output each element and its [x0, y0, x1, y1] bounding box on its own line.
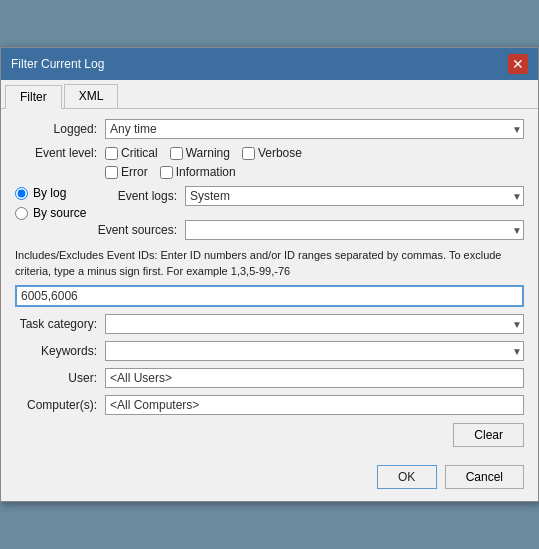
form-content: Logged: Any time Last hour Last 12 hours… — [1, 109, 538, 457]
event-sources-label: Event sources: — [95, 223, 185, 237]
logged-select-wrapper: Any time Last hour Last 12 hours Last 24… — [105, 119, 524, 139]
checkbox-warning-label: Warning — [186, 146, 230, 160]
logged-label: Logged: — [15, 122, 105, 136]
bottom-buttons: OK Cancel — [1, 457, 538, 501]
checkbox-critical[interactable]: Critical — [105, 146, 158, 160]
event-level-row2: Error Information — [105, 165, 302, 179]
keywords-row: Keywords: ▼ — [15, 341, 524, 361]
computers-row: Computer(s): — [15, 395, 524, 415]
event-sources-row: Event sources: ▼ — [95, 220, 524, 240]
checkbox-information-input[interactable] — [160, 166, 173, 179]
keywords-select-wrapper: ▼ — [105, 341, 524, 361]
dialog-title: Filter Current Log — [11, 57, 104, 71]
event-logs-sources: Event logs: System ▼ Event sources: — [95, 186, 524, 240]
filter-dialog: Filter Current Log ✕ Filter XML Logged: … — [0, 47, 539, 502]
task-category-select[interactable] — [105, 314, 524, 334]
event-logs-select-wrapper: System ▼ — [185, 186, 524, 206]
task-category-label: Task category: — [15, 317, 105, 331]
log-source-section: By log By source Event logs: System ▼ — [15, 186, 524, 240]
radio-by-log-input[interactable] — [15, 187, 28, 200]
computers-label: Computer(s): — [15, 398, 105, 412]
checkbox-error-input[interactable] — [105, 166, 118, 179]
cancel-button[interactable]: Cancel — [445, 465, 524, 489]
logged-select[interactable]: Any time Last hour Last 12 hours Last 24… — [105, 119, 524, 139]
ok-button[interactable]: OK — [377, 465, 437, 489]
description-text: Includes/Excludes Event IDs: Enter ID nu… — [15, 248, 524, 279]
title-bar: Filter Current Log ✕ — [1, 48, 538, 80]
checkbox-verbose-label: Verbose — [258, 146, 302, 160]
checkbox-critical-input[interactable] — [105, 147, 118, 160]
event-logs-row: Event logs: System ▼ — [95, 186, 524, 206]
keywords-select[interactable] — [105, 341, 524, 361]
logged-row: Logged: Any time Last hour Last 12 hours… — [15, 119, 524, 139]
radio-by-source-input[interactable] — [15, 207, 28, 220]
checkbox-verbose[interactable]: Verbose — [242, 146, 302, 160]
event-level-label: Event level: — [15, 146, 105, 160]
radio-by-source[interactable]: By source — [15, 206, 95, 220]
checkbox-verbose-input[interactable] — [242, 147, 255, 160]
checkbox-error-label: Error — [121, 165, 148, 179]
tab-bar: Filter XML — [1, 80, 538, 109]
user-input[interactable] — [105, 368, 524, 388]
radio-group: By log By source — [15, 186, 95, 240]
event-level-checkboxes: Critical Warning Verbose Error — [105, 146, 302, 179]
computers-input[interactable] — [105, 395, 524, 415]
clear-button[interactable]: Clear — [453, 423, 524, 447]
checkbox-error[interactable]: Error — [105, 165, 148, 179]
event-ids-input[interactable] — [15, 285, 524, 307]
radio-by-log-label: By log — [33, 186, 66, 200]
tab-xml[interactable]: XML — [64, 84, 119, 108]
checkbox-information-label: Information — [176, 165, 236, 179]
task-category-row: Task category: ▼ — [15, 314, 524, 334]
event-sources-select-wrapper: ▼ — [185, 220, 524, 240]
checkbox-information[interactable]: Information — [160, 165, 236, 179]
keywords-label: Keywords: — [15, 344, 105, 358]
checkbox-warning-input[interactable] — [170, 147, 183, 160]
event-logs-select[interactable]: System — [185, 186, 524, 206]
checkbox-warning[interactable]: Warning — [170, 146, 230, 160]
radio-by-log[interactable]: By log — [15, 186, 95, 200]
event-level-row1: Critical Warning Verbose — [105, 146, 302, 160]
clear-row: Clear — [15, 423, 524, 447]
radio-by-source-label: By source — [33, 206, 86, 220]
user-label: User: — [15, 371, 105, 385]
tab-filter[interactable]: Filter — [5, 85, 62, 109]
task-category-select-wrapper: ▼ — [105, 314, 524, 334]
checkbox-critical-label: Critical — [121, 146, 158, 160]
close-button[interactable]: ✕ — [508, 54, 528, 74]
event-sources-select[interactable] — [185, 220, 524, 240]
user-row: User: — [15, 368, 524, 388]
event-logs-label: Event logs: — [95, 189, 185, 203]
event-level-row: Event level: Critical Warning Verbose — [15, 146, 524, 179]
event-ids-row — [15, 285, 524, 307]
